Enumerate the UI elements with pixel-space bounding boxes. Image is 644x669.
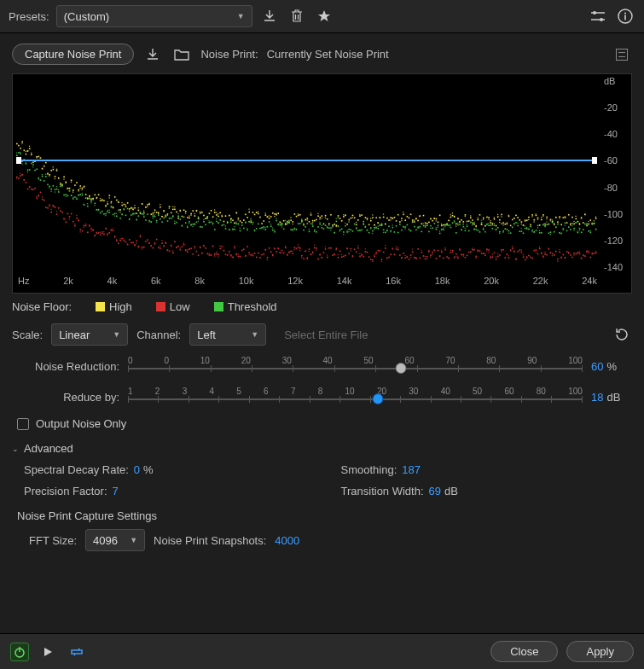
svg-rect-1043 <box>27 172 28 172</box>
svg-rect-550 <box>53 205 54 206</box>
svg-rect-325 <box>377 222 378 223</box>
reduce-by-value[interactable]: 18dB <box>591 391 632 404</box>
favorite-icon[interactable] <box>314 6 334 26</box>
svg-rect-10 <box>24 149 26 151</box>
svg-rect-257 <box>298 215 299 217</box>
channel-dropdown[interactable]: Left▼ <box>189 323 266 346</box>
svg-rect-1438 <box>468 230 470 232</box>
svg-rect-1382 <box>404 229 405 230</box>
svg-rect-195 <box>221 215 222 216</box>
svg-rect-1469 <box>507 229 508 230</box>
transition-value[interactable]: 69dB <box>429 485 470 497</box>
svg-rect-1263 <box>274 231 276 233</box>
presets-dropdown[interactable]: (Custom) ▼ <box>56 5 252 27</box>
load-noise-print-icon[interactable] <box>142 44 163 65</box>
smoothing-value[interactable]: 187 <box>402 463 443 476</box>
svg-rect-1284 <box>294 229 295 230</box>
svg-rect-1277 <box>287 223 287 224</box>
svg-rect-981 <box>541 253 542 254</box>
output-noise-only-checkbox[interactable]: Output Noise Only <box>17 417 632 430</box>
svg-rect-1114 <box>105 213 107 215</box>
save-preset-icon[interactable] <box>259 6 280 26</box>
svg-rect-669 <box>187 249 188 250</box>
svg-rect-1206 <box>212 223 214 224</box>
svg-rect-274 <box>317 215 319 217</box>
panel-menu-icon[interactable] <box>612 44 632 65</box>
snapshots-value[interactable]: 4000 <box>275 534 316 547</box>
svg-rect-681 <box>201 253 202 253</box>
reduce-by-slider[interactable]: 1234567810203040506080100 <box>128 387 583 407</box>
svg-rect-619 <box>132 242 134 244</box>
apply-button[interactable]: Apply <box>566 641 634 662</box>
svg-rect-320 <box>372 214 373 215</box>
precision-value[interactable]: 7 <box>113 485 154 497</box>
svg-rect-1328 <box>345 225 346 227</box>
threshold-handle-right[interactable] <box>592 157 597 164</box>
svg-rect-1288 <box>299 223 301 224</box>
svg-rect-487 <box>559 218 560 218</box>
svg-rect-80 <box>96 198 97 199</box>
fft-dropdown[interactable]: 4096▼ <box>85 529 145 551</box>
svg-rect-522 <box>20 175 21 177</box>
svg-rect-1526 <box>571 225 572 226</box>
advanced-header[interactable]: ⌄ Advanced <box>12 442 632 455</box>
svg-rect-830 <box>368 256 370 258</box>
svg-rect-1031 <box>595 251 596 252</box>
info-icon[interactable] <box>615 6 635 26</box>
svg-rect-610 <box>118 242 119 244</box>
svg-rect-493 <box>568 214 570 216</box>
svg-point-1 <box>600 18 603 21</box>
svg-rect-1058 <box>47 183 49 185</box>
svg-rect-607 <box>114 237 115 238</box>
svg-rect-374 <box>436 220 437 221</box>
svg-rect-477 <box>548 224 550 225</box>
reset-icon[interactable] <box>612 324 632 345</box>
svg-rect-1421 <box>450 227 452 229</box>
power-button[interactable] <box>10 643 29 661</box>
threshold-handle-left[interactable] <box>16 157 21 164</box>
svg-rect-742 <box>272 255 273 256</box>
svg-rect-861 <box>404 255 405 256</box>
noise-reduction-slider[interactable]: 00102030405060708090100 <box>128 356 583 376</box>
capture-noise-print-button[interactable]: Capture Noise Print <box>12 44 134 65</box>
svg-rect-437 <box>502 222 504 224</box>
svg-rect-948 <box>501 249 502 251</box>
svg-rect-996 <box>557 259 559 260</box>
svg-rect-228 <box>265 214 267 216</box>
svg-rect-568 <box>76 218 78 219</box>
svg-rect-939 <box>490 256 490 257</box>
noise-spectrum-chart[interactable]: dB-20-40-60-80-100-120-140 Hz2k4k6k8k10k… <box>12 73 632 294</box>
select-entire-file-button[interactable]: Select Entire File <box>275 325 377 345</box>
svg-rect-468 <box>537 219 538 220</box>
svg-rect-259 <box>299 214 301 216</box>
svg-rect-1530 <box>575 223 576 224</box>
spectral-decay-value[interactable]: 0% <box>134 463 175 476</box>
svg-rect-717 <box>240 256 241 257</box>
svg-rect-1240 <box>248 221 249 222</box>
svg-rect-1503 <box>544 226 545 227</box>
threshold-line[interactable] <box>20 160 594 161</box>
play-button[interactable] <box>38 642 58 662</box>
controls-icon[interactable] <box>588 6 608 26</box>
svg-rect-1420 <box>448 224 449 225</box>
svg-rect-592 <box>100 232 101 233</box>
svg-rect-728 <box>252 253 253 254</box>
folder-icon[interactable] <box>171 44 192 65</box>
svg-rect-1480 <box>521 230 523 232</box>
delete-preset-icon[interactable] <box>287 6 307 26</box>
scale-dropdown[interactable]: Linear▼ <box>51 323 128 346</box>
svg-rect-1472 <box>510 232 512 234</box>
loop-button[interactable] <box>67 642 87 662</box>
svg-rect-1447 <box>481 222 483 224</box>
noise-reduction-thumb[interactable] <box>395 363 406 374</box>
reduce-by-thumb[interactable] <box>373 393 384 404</box>
svg-rect-1507 <box>550 231 552 233</box>
svg-rect-751 <box>281 253 282 253</box>
svg-rect-501 <box>577 221 579 223</box>
noise-reduction-value[interactable]: 60% <box>591 360 632 373</box>
svg-rect-1353 <box>372 233 373 234</box>
close-button[interactable]: Close <box>490 641 558 662</box>
svg-rect-1266 <box>276 218 276 219</box>
svg-rect-753 <box>285 247 287 248</box>
svg-rect-642 <box>160 247 161 249</box>
